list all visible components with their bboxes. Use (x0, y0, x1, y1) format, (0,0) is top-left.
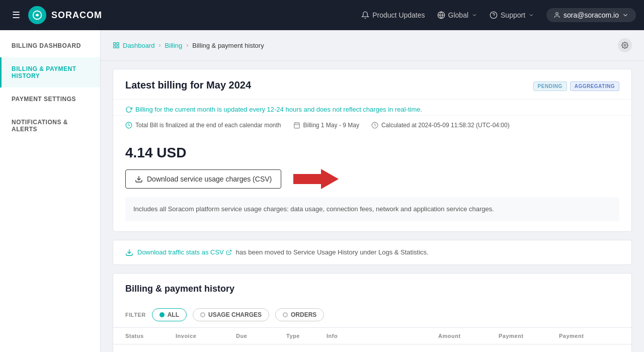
filter-label: FILTER (125, 312, 146, 318)
breadcrumb-sep-1: › (159, 42, 161, 49)
col-type: Type (286, 333, 327, 339)
refresh-icon (125, 106, 132, 113)
main-content: Dashboard › Billing › Billing & payment … (101, 30, 644, 352)
sidebar-item-billing-dashboard[interactable]: BILLING DASHBOARD (0, 34, 100, 57)
red-arrow (293, 169, 339, 189)
chevron-down-icon (471, 12, 477, 18)
table-body-placeholder (113, 344, 631, 353)
traffic-card: Download traffic stats as CSV has been m… (113, 240, 632, 265)
download-icon (135, 175, 143, 183)
col-due: Due (236, 333, 286, 339)
page-content: Latest billing for May 2024 PENDING AGGR… (101, 61, 644, 352)
breadcrumb-sep-2: › (186, 42, 188, 49)
user-icon (553, 12, 560, 19)
download-section: Download service usage charges (CSV) (113, 161, 631, 197)
settings-icon-button[interactable] (618, 38, 632, 52)
includes-text: Includes all Soracom platform service us… (133, 205, 494, 213)
col-status: Status (125, 333, 176, 339)
time-icon (371, 122, 378, 129)
filter-usage-dot (200, 312, 205, 317)
download-btn-label: Download service usage charges (CSV) (147, 175, 272, 183)
svg-rect-9 (114, 46, 116, 48)
amount-section: 4.14 USD (113, 135, 631, 161)
calendar-icon (293, 122, 300, 129)
svg-point-10 (624, 44, 626, 46)
download-icon-2 (125, 248, 133, 256)
traffic-link-text: Download traffic stats as CSV (137, 248, 224, 256)
sidebar-item-payment-settings[interactable]: PAYMENT SETTINGS (0, 87, 100, 111)
help-circle-icon (490, 11, 498, 19)
user-email: sora@soracom.io (564, 11, 619, 19)
breadcrumb-dashboard[interactable]: Dashboard (113, 42, 155, 49)
external-link-icon (226, 249, 232, 255)
billing-card: Latest billing for May 2024 PENDING AGGR… (113, 69, 632, 232)
clock-icon (125, 122, 132, 129)
svg-rect-6 (114, 43, 116, 45)
badge-row: PENDING AGGREGATING (533, 81, 619, 91)
product-updates-label: Product Updates (372, 11, 425, 19)
breadcrumb-billing[interactable]: Billing (165, 42, 183, 49)
filter-all-dot (159, 312, 165, 317)
download-csv-button[interactable]: Download service usage charges (CSV) (125, 169, 281, 189)
calculated-at: Calculated at 2024-05-09 11:58:32 (UTC-0… (371, 122, 510, 129)
info-message-row: Billing for the current month is updated… (113, 100, 631, 116)
info-message-link[interactable]: Billing for the current month is updated… (135, 106, 422, 113)
filter-orders-dot (283, 312, 288, 317)
aggregating-badge: AGGREGATING (570, 81, 619, 91)
grid-icon (113, 42, 120, 49)
filter-bar: FILTER ALL USAGE CHARGES ORDERS (113, 302, 631, 328)
filter-usage-charges-button[interactable]: USAGE CHARGES (193, 308, 269, 321)
traffic-message: has been moved to Service Usage History … (236, 248, 429, 256)
red-arrow-shape (293, 169, 339, 189)
includes-text-box: Includes all Soracom platform service us… (125, 197, 619, 221)
product-updates-nav[interactable]: Product Updates (361, 11, 425, 19)
billing-title: Latest billing for May 2024 (125, 79, 251, 91)
settings-icon (621, 42, 628, 49)
globe-icon (437, 11, 445, 19)
col-amount: Amount (438, 333, 499, 339)
sidebar: BILLING DASHBOARD BILLING & PAYMENT HIST… (0, 30, 101, 352)
billing-amount: 4.14 USD (125, 145, 186, 160)
support-nav[interactable]: Support (490, 11, 534, 19)
billing-period-text: Billing 1 May - 9 May (303, 122, 359, 129)
history-card: Billing & payment history FILTER ALL USA… (113, 273, 632, 353)
svg-line-20 (228, 250, 231, 253)
breadcrumb-current: Billing & payment history (192, 42, 264, 49)
breadcrumb-dashboard-label: Dashboard (123, 42, 155, 49)
sidebar-item-billing-payment-history[interactable]: BILLING & PAYMENT HISTORY (0, 57, 100, 87)
svg-point-5 (556, 13, 558, 15)
bell-icon (361, 11, 369, 19)
pending-badge: PENDING (533, 81, 567, 91)
user-menu-button[interactable]: sora@soracom.io (546, 8, 636, 22)
info-message: Billing for the current month is updated… (125, 106, 619, 113)
filter-all-label: ALL (168, 311, 179, 318)
header-nav: Product Updates Global Support sora@sora… (361, 8, 636, 22)
filter-all-button[interactable]: ALL (152, 308, 187, 321)
svg-rect-7 (117, 43, 119, 45)
traffic-stats-link[interactable]: Download traffic stats as CSV (137, 248, 232, 256)
svg-rect-12 (294, 123, 299, 128)
col-payment-2: Payment (559, 333, 619, 339)
col-info: Info (327, 333, 438, 339)
global-nav[interactable]: Global (437, 11, 477, 19)
chevron-down-icon-2 (528, 12, 534, 18)
billing-period: Billing 1 May - 9 May (293, 122, 359, 129)
billing-card-header: Latest billing for May 2024 PENDING AGGR… (113, 69, 631, 100)
billing-meta: Total Bill is finalized at the end of ea… (113, 116, 631, 135)
filter-orders-label: ORDERS (291, 311, 316, 318)
total-bill-text: Total Bill is finalized at the end of ea… (135, 122, 281, 129)
sidebar-item-notifications-alerts[interactable]: NOTIFICATIONS & ALERTS (0, 111, 100, 141)
filter-orders-button[interactable]: ORDERS (275, 308, 324, 321)
svg-rect-8 (117, 46, 119, 48)
calculated-at-text: Calculated at 2024-05-09 11:58:32 (UTC-0… (381, 122, 510, 129)
svg-marker-18 (293, 169, 339, 189)
breadcrumb-billing-label: Billing (165, 42, 183, 49)
total-bill-note: Total Bill is finalized at the end of ea… (125, 122, 281, 129)
filter-usage-label: USAGE CHARGES (208, 311, 262, 318)
user-chevron-icon (622, 12, 629, 19)
menu-toggle[interactable]: ☰ (8, 6, 24, 25)
logo-icon (28, 6, 46, 24)
logo-area: SORACOM (28, 6, 102, 24)
breadcrumb: Dashboard › Billing › Billing & payment … (101, 30, 644, 61)
history-title: Billing & payment history (113, 274, 631, 302)
